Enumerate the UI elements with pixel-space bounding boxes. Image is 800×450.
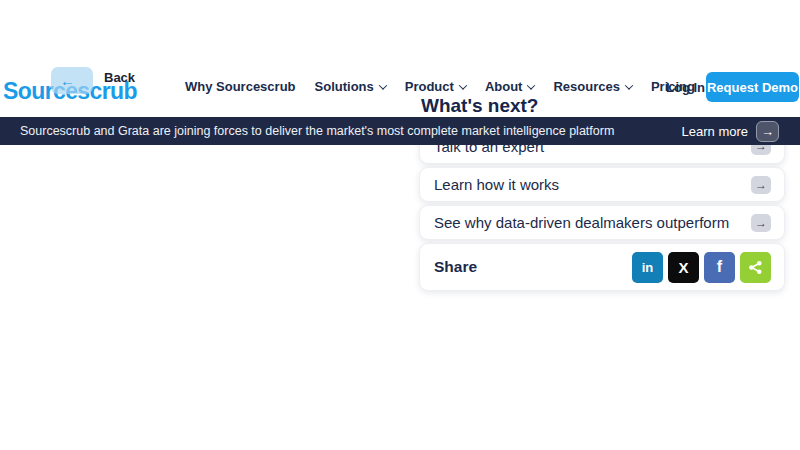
arrow-right-icon[interactable]: → (751, 214, 771, 232)
nav-item-why-sourcescrub[interactable]: Why Sourcescrub (185, 79, 296, 94)
nav-item-product[interactable]: Product (405, 79, 466, 94)
nav-label: Product (405, 79, 454, 94)
linkedin-share-button[interactable]: in (632, 252, 663, 283)
link-learn-how-it-works[interactable]: Learn how it works → (419, 167, 785, 202)
whats-next-card: Talk to an expert → Learn how it works →… (419, 128, 785, 291)
banner-cta-group: Learn more → (682, 121, 779, 142)
sharethis-icon (747, 259, 764, 276)
back-label: Back (104, 70, 135, 85)
request-demo-button[interactable]: Request Demo (706, 72, 799, 102)
nav-label: Resources (553, 79, 619, 94)
link-label: See why data-driven dealmakers outperfor… (434, 214, 729, 231)
sharethis-share-button[interactable] (740, 252, 771, 283)
banner-message: Sourcescrub and Grata are joining forces… (20, 124, 614, 138)
nav-label: About (485, 79, 523, 94)
announcement-banner: Sourcescrub and Grata are joining forces… (0, 117, 800, 145)
whats-next-heading: What's next? (421, 95, 538, 117)
login-link[interactable]: Log In (666, 80, 705, 95)
page: Sourcescrub ← Back Why Sourcescrub Solut… (0, 0, 800, 450)
chevron-down-icon (379, 81, 387, 89)
linkedin-icon: in (642, 260, 654, 275)
arrow-left-icon: ← (60, 72, 75, 89)
chevron-down-icon (625, 81, 633, 89)
nav-label: Why Sourcescrub (185, 79, 296, 94)
facebook-icon: f (717, 258, 722, 276)
chevron-down-icon (459, 81, 467, 89)
link-data-driven-dealmakers[interactable]: See why data-driven dealmakers outperfor… (419, 205, 785, 240)
arrow-right-icon[interactable]: → (756, 121, 779, 142)
share-buttons: in X f (632, 252, 771, 283)
share-label: Share (434, 258, 477, 276)
facebook-share-button[interactable]: f (704, 252, 735, 283)
nav-item-resources[interactable]: Resources (553, 79, 631, 94)
arrow-right-icon[interactable]: → (751, 176, 771, 194)
nav-label: Solutions (315, 79, 374, 94)
share-row: Share in X f (419, 243, 785, 291)
chevron-down-icon (527, 81, 535, 89)
nav-item-solutions[interactable]: Solutions (315, 79, 386, 94)
back-button[interactable]: ← (51, 67, 93, 94)
x-twitter-icon: X (678, 259, 688, 276)
link-label: Learn how it works (434, 176, 559, 193)
main-nav: Why Sourcescrub Solutions Product About … (185, 79, 695, 94)
x-twitter-share-button[interactable]: X (668, 252, 699, 283)
learn-more-link[interactable]: Learn more (682, 124, 748, 139)
nav-item-about[interactable]: About (485, 79, 535, 94)
